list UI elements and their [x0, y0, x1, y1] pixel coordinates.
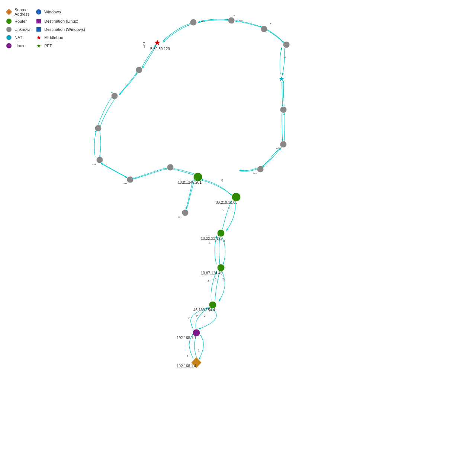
hop-top-star7: ***: [278, 147, 282, 150]
label-n2: 192.168.1.1: [177, 336, 196, 340]
node-n2[interactable]: [193, 329, 200, 337]
hop-1b: 1: [198, 348, 200, 352]
edge-n19-n18: [266, 30, 284, 43]
hop-7-label: 7: [144, 45, 145, 48]
node-n18[interactable]: [261, 26, 267, 32]
label-n3: 46.160.154.4: [193, 308, 215, 312]
hop-6a: 6: [183, 181, 184, 184]
hop-3b: 3: [215, 277, 216, 281]
hop-4a: 4: [209, 241, 210, 245]
hop-3c: 3: [222, 277, 224, 281]
edge-n23-n22: [263, 149, 280, 167]
edge-n14-n13: [120, 73, 138, 94]
hop-top-star5: *: [270, 22, 271, 26]
label-n8: ***: [178, 216, 182, 219]
edge-n22-n21: [284, 113, 284, 141]
hop-top-star6: **: [283, 56, 286, 60]
node-n15[interactable]: ★: [154, 38, 161, 47]
node-n8[interactable]: [182, 209, 189, 216]
label-n5: 10.22.23.122: [201, 237, 223, 241]
edge-n12-n13-main: [97, 97, 112, 126]
edge-n19-n20: [283, 48, 284, 74]
edge-n3-n4-left: [211, 271, 216, 300]
edge-n10-n9: [133, 169, 167, 179]
edge-n7-n6: [201, 180, 231, 195]
label-n11: ***: [92, 163, 96, 167]
edge-n12-n11: [100, 131, 101, 157]
hop-5b: 5: [228, 206, 230, 210]
hop-5a: 5: [222, 208, 223, 212]
label-n4: 10.87.124.45: [201, 271, 223, 275]
hop-2b: 2: [196, 314, 198, 318]
node-n23[interactable]: [257, 166, 264, 173]
node-n11[interactable]: [96, 157, 103, 163]
label-n23: ***: [253, 172, 257, 176]
hop-3a: 3: [208, 279, 209, 283]
edge-n9-n7: [172, 169, 196, 176]
label-n1: 192.168.1.4: [177, 364, 196, 368]
node-n16[interactable]: [190, 19, 197, 26]
edge-n11-n10: [101, 164, 126, 177]
edge-n20-n21: [282, 82, 283, 106]
node-n14[interactable]: [136, 67, 142, 73]
edge-n6-n23: [240, 168, 259, 171]
edge-n4-n3-right: [219, 271, 225, 300]
hop-1a: 1: [187, 354, 189, 358]
hop-2c: 2: [204, 314, 206, 318]
hop-6b: 6: [221, 178, 223, 182]
edge-n22-n23: [263, 148, 280, 167]
node-n20[interactable]: ★: [279, 75, 284, 83]
hop-top-star1: *: [187, 24, 189, 28]
edge-n7-n9: [172, 168, 195, 174]
edge-n2-n1-right: [199, 334, 203, 359]
edge-n11-n12: [94, 131, 96, 157]
node-n12[interactable]: [95, 125, 102, 132]
node-n10[interactable]: [127, 176, 134, 183]
node-n4[interactable]: [217, 264, 225, 271]
edge-n21-n22: [282, 113, 283, 141]
edge-n20-n19: [280, 48, 282, 74]
edge-n21-n20: [283, 82, 284, 106]
edge-n10-n11: [101, 163, 126, 177]
label-n15: 5.39.60.120: [150, 47, 170, 51]
label-n10: ***: [123, 182, 128, 186]
label-n6: 80.210.16.65: [216, 200, 238, 205]
node-n17[interactable]: [228, 17, 235, 24]
edge-n9-n10: [133, 168, 166, 178]
hop-4b: 4: [216, 239, 218, 243]
hop-top-star2: ***: [201, 20, 205, 24]
hop-top-star3: *: [234, 14, 235, 18]
edge-n13-n14: [120, 73, 137, 94]
node-n9[interactable]: [167, 164, 174, 171]
node-n19[interactable]: [283, 41, 290, 48]
node-n3[interactable]: [209, 301, 216, 309]
network-graph: 192.168.1.4 192.168.1.1 46.160.154.4 10.…: [0, 0, 476, 476]
edge-n3-n4-mid: [215, 271, 219, 300]
hop-4c: 4: [223, 239, 225, 243]
node-n13[interactable]: [111, 93, 118, 99]
edge-n13-n12: [100, 97, 116, 128]
hop-2a: 2: [188, 316, 190, 320]
node-n21[interactable]: [280, 106, 287, 113]
edge-n4-n5-mid: [219, 237, 220, 264]
hop-top-star4: ***: [239, 19, 243, 23]
label-n7: 10.21.249.201: [178, 180, 202, 184]
node-n5[interactable]: [217, 229, 225, 237]
edge-n23-n6: [240, 167, 258, 171]
